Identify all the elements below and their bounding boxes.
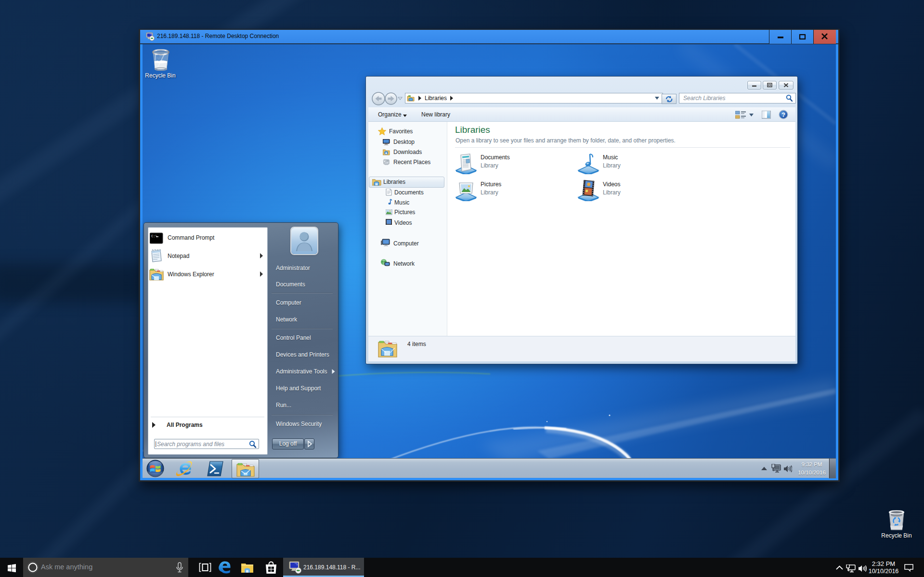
svg-text:?: ? <box>781 112 785 118</box>
